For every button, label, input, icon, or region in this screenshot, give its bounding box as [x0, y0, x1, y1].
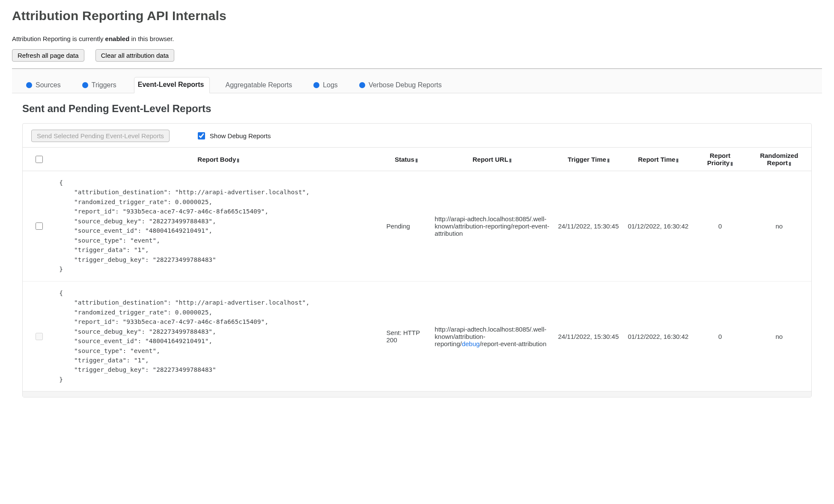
table-header-row: Report Body▮ Status▮ Report URL▮ Trigger… — [23, 148, 811, 171]
priority-cell: 0 — [693, 281, 747, 391]
table-row: { "attribution_destination": "http://ara… — [23, 171, 811, 282]
section-heading: Sent and Pending Event-Level Reports — [22, 103, 812, 115]
tab-triggers[interactable]: Triggers — [78, 77, 122, 93]
status-word: enabled — [105, 35, 130, 42]
report-body-json: { "attribution_destination": "http://ara… — [59, 288, 378, 385]
report-body-cell: { "attribution_destination": "http://ara… — [55, 171, 382, 282]
tab-logs[interactable]: Logs — [310, 77, 343, 93]
show-debug-text: Show Debug Reports — [210, 132, 271, 139]
tab-event-level-reports[interactable]: Event-Level Reports — [134, 77, 210, 93]
card-toolbar: Send Selected Pending Event-Level Report… — [23, 124, 811, 147]
trigger-time-cell: 24/11/2022, 15:30:45 — [554, 171, 624, 282]
trigger-time-cell: 24/11/2022, 15:30:45 — [554, 281, 624, 391]
indicator-dot-icon — [26, 82, 32, 88]
reports-card: Send Selected Pending Event-Level Report… — [22, 123, 812, 397]
status-text: Attribution Reporting is currently enabl… — [12, 35, 822, 42]
randomized-cell: no — [747, 171, 811, 282]
sort-icon: ▮ — [676, 157, 679, 163]
indicator-dot-icon — [313, 82, 319, 88]
show-debug-label[interactable]: Show Debug Reports — [196, 131, 271, 141]
sort-icon: ▮ — [509, 157, 512, 163]
priority-cell: 0 — [693, 171, 747, 282]
tab-verbose-debug-reports[interactable]: Verbose Debug Reports — [355, 77, 447, 93]
report-time-cell: 01/12/2022, 16:30:42 — [623, 171, 693, 282]
col-trigger-time-header[interactable]: Trigger Time▮ — [554, 148, 624, 171]
panel: SourcesTriggersEvent-Level ReportsAggreg… — [12, 69, 822, 410]
reports-table: Report Body▮ Status▮ Report URL▮ Trigger… — [23, 147, 811, 391]
select-all-checkbox[interactable] — [36, 156, 43, 163]
sort-icon: ▮ — [789, 161, 791, 166]
panel-body: Sent and Pending Event-Level Reports Sen… — [12, 93, 822, 410]
indicator-dot-icon — [359, 82, 365, 88]
sort-icon: ▮ — [415, 157, 418, 163]
tab-label: Logs — [323, 81, 338, 89]
col-status-header[interactable]: Status▮ — [382, 148, 431, 171]
col-url-header[interactable]: Report URL▮ — [430, 148, 554, 171]
report-body-cell: { "attribution_destination": "http://ara… — [55, 281, 382, 391]
status-suffix: in this browser. — [129, 35, 174, 42]
tab-label: Aggregatable Reports — [226, 81, 292, 89]
row-select-cell — [23, 171, 55, 282]
col-priority-header[interactable]: Report Priority▮ — [693, 148, 747, 171]
select-all-header — [23, 148, 55, 171]
header-buttons: Refresh all page data Clear all attribut… — [12, 49, 822, 62]
tab-label: Event-Level Reports — [138, 81, 204, 89]
col-randomized-header[interactable]: Randomized Report▮ — [747, 148, 811, 171]
url-debug-segment: debug — [462, 340, 480, 347]
refresh-button[interactable]: Refresh all page data — [12, 49, 84, 62]
clear-button[interactable]: Clear all attribution data — [95, 49, 174, 62]
randomized-cell: no — [747, 281, 811, 391]
status-cell: Sent: HTTP 200 — [382, 281, 431, 391]
col-report-time-header[interactable]: Report Time▮ — [623, 148, 693, 171]
indicator-dot-icon — [82, 82, 88, 88]
url-post: /report-event-attribution — [480, 340, 546, 347]
tab-aggregatable-reports[interactable]: Aggregatable Reports — [222, 77, 298, 93]
tab-sources[interactable]: Sources — [22, 77, 66, 93]
report-url-cell: http://arapi-adtech.localhost:8085/.well… — [430, 171, 554, 282]
sort-icon: ▮ — [237, 157, 239, 163]
sort-icon: ▮ — [730, 161, 733, 166]
status-cell: Pending — [382, 171, 431, 282]
report-body-json: { "attribution_destination": "http://ara… — [59, 178, 378, 274]
show-debug-checkbox[interactable] — [198, 132, 205, 139]
report-url-cell: http://arapi-adtech.localhost:8085/.well… — [430, 281, 554, 391]
report-time-cell: 01/12/2022, 16:30:42 — [623, 281, 693, 391]
page-title: Attribution Reporting API Internals — [12, 9, 822, 23]
tab-label: Triggers — [92, 81, 116, 89]
tab-strip: SourcesTriggersEvent-Level ReportsAggreg… — [12, 69, 822, 93]
send-selected-button[interactable]: Send Selected Pending Event-Level Report… — [31, 130, 170, 142]
tab-label: Verbose Debug Reports — [369, 81, 442, 89]
row-select-checkbox[interactable] — [36, 222, 43, 230]
row-select-cell — [23, 281, 55, 391]
row-select-checkbox — [36, 333, 43, 340]
url-pre: http://arapi-adtech.localhost:8085/.well… — [435, 215, 549, 237]
sort-icon: ▮ — [607, 157, 610, 163]
status-prefix: Attribution Reporting is currently — [12, 35, 105, 42]
col-body-header[interactable]: Report Body▮ — [55, 148, 382, 171]
card-footer-spacer — [23, 391, 811, 397]
tab-label: Sources — [36, 81, 61, 89]
table-row: { "attribution_destination": "http://ara… — [23, 281, 811, 391]
